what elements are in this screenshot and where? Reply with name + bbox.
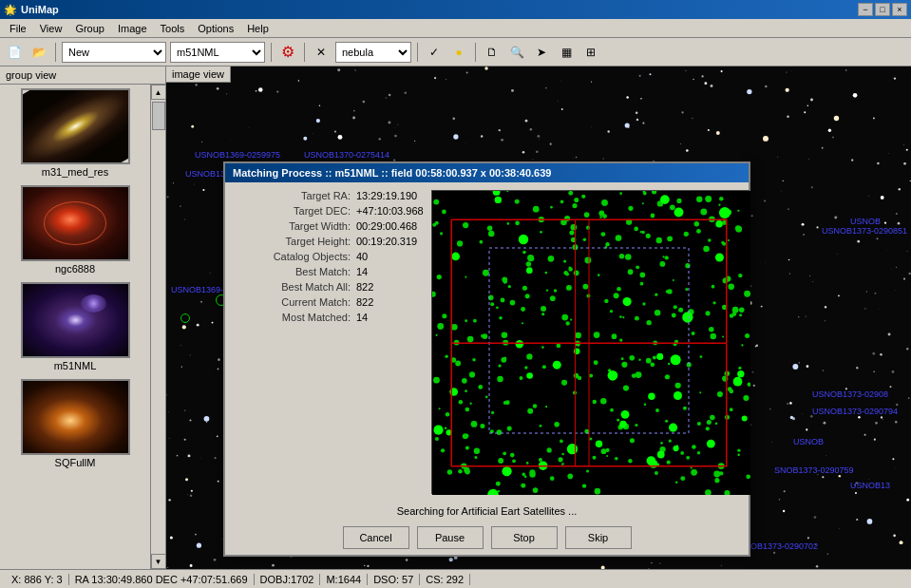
list-item[interactable]: m51NML	[21, 282, 130, 371]
modal-label-width: Target Width:	[233, 220, 356, 232]
list-item[interactable]: SQFullM	[21, 379, 130, 468]
status-dso: DSO: 57	[368, 574, 420, 585]
menu-item-image[interactable]: Image	[112, 21, 153, 36]
status-coords: X: 886 Y: 3	[6, 574, 69, 585]
scroll-down-button[interactable]: ▼	[151, 554, 166, 569]
cancel-button[interactable]: Cancel	[343, 526, 409, 549]
modal-row-most: Most Matched: 14	[233, 312, 424, 323]
modal-label-best: Best Match:	[233, 266, 356, 277]
statusbar: X: 886 Y: 3 RA 13:30:49.860 DEC +47:07:5…	[0, 569, 911, 588]
thumbnail-label-m31: m31_med_res	[42, 166, 108, 178]
new-file-icon[interactable]: 📄	[4, 42, 25, 63]
scroll-thumb[interactable]	[152, 102, 165, 130]
modal-status-label: Searching for Artificial Eart Satellites…	[397, 505, 578, 517]
group-view-label: group view	[0, 66, 165, 85]
new-dropdown[interactable]: New	[62, 42, 166, 63]
menu-item-view[interactable]: View	[34, 21, 68, 36]
document-icon[interactable]: 🗋	[482, 42, 503, 63]
modal-value-width: 00:29:00.468	[356, 220, 417, 232]
modal-row-ra: Target RA: 13:29:19.190	[233, 190, 424, 201]
thumbnail-label-ngc6888: ngc6888	[55, 263, 95, 275]
titlebar: 🌟 UniMap − □ ×	[0, 0, 911, 19]
crosshair-icon[interactable]: ✕	[311, 42, 332, 63]
filter-dropdown[interactable]: nebula	[335, 42, 411, 63]
menu-item-options[interactable]: Options	[192, 21, 239, 36]
modal-overlay: Matching Process :: m51NML :: field 00:5…	[166, 66, 911, 569]
modal-row-dec: Target DEC: +47:10:03.968	[233, 205, 424, 217]
thumbnail-label-sq: SQFullM	[55, 457, 96, 468]
status-m: M:1644	[320, 574, 368, 585]
app-title: UniMap	[21, 4, 59, 15]
menu-item-file[interactable]: File	[4, 21, 32, 36]
modal-titlebar: Matching Process :: m51NML :: field 00:5…	[225, 163, 749, 182]
stop-button[interactable]: Stop	[491, 526, 558, 549]
titlebar-controls: − □ ×	[858, 3, 907, 16]
modal-status-text: Searching for Artificial Eart Satellites…	[225, 502, 749, 521]
left-panel: group view m31_med_res ngc68	[0, 66, 166, 569]
menu-item-group[interactable]: Group	[69, 21, 110, 36]
modal-label-cat: Catalog Objects:	[233, 251, 356, 262]
toolbar: 📄 📂 New m51NML ⚙ ✕ nebula ✓ ● 🗋 🔍 ➤ ▦ ⊞	[0, 38, 911, 66]
thumbnail-sq	[21, 379, 130, 455]
field-icon[interactable]: ▦	[556, 42, 577, 63]
modal-value-bestall: 822	[356, 281, 373, 293]
titlebar-title: 🌟 UniMap	[4, 4, 59, 16]
modal-title: Matching Process :: m51NML :: field 00:5…	[233, 167, 551, 179]
modal-value-height: 00:19:20.319	[356, 236, 417, 247]
circle-icon[interactable]: ●	[448, 42, 469, 63]
matching-process-dialog: Matching Process :: m51NML :: field 00:5…	[223, 161, 750, 557]
modal-buttons: Cancel Pause Stop Skip	[225, 521, 749, 555]
maximize-button[interactable]: □	[875, 3, 890, 16]
settings-icon[interactable]: ⚙	[277, 42, 298, 63]
modal-label-bestall: Best Match All:	[233, 281, 356, 293]
toolbar-sep-1	[55, 43, 56, 62]
modal-row-best: Best Match: 14	[233, 266, 424, 277]
modal-label-height: Target Height:	[233, 236, 356, 247]
minimize-button[interactable]: −	[858, 3, 873, 16]
toolbar-sep-4	[417, 43, 418, 62]
menubar: FileViewGroupImageToolsOptionsHelp	[0, 19, 911, 38]
pause-button[interactable]: Pause	[417, 526, 484, 549]
modal-label-dec: Target DEC:	[233, 205, 356, 217]
modal-star-view	[431, 190, 750, 494]
main-area: group view m31_med_res ngc68	[0, 66, 911, 569]
status-cs: CS: 292	[420, 574, 470, 585]
group-scrollbar[interactable]: ▲ ▼	[150, 85, 165, 569]
toolbar-sep-3	[304, 43, 305, 62]
menu-item-help[interactable]: Help	[241, 21, 275, 36]
modal-row-bestall: Best Match All: 822	[233, 281, 424, 293]
modal-value-dec: +47:10:03.968	[356, 205, 424, 217]
red-line-h	[451, 343, 727, 344]
status-dobj: DOBJ:1702	[255, 574, 321, 585]
app-icon: 🌟	[4, 4, 17, 16]
modal-label-ra: Target RA:	[233, 190, 356, 201]
modal-body: Target RA: 13:29:19.190 Target DEC: +47:…	[225, 182, 749, 502]
toolbar-sep-2	[271, 43, 272, 62]
group-list: m31_med_res ngc6888	[0, 85, 150, 569]
grid-icon[interactable]: ⊞	[580, 42, 601, 63]
image-dropdown[interactable]: m51NML	[170, 42, 265, 63]
right-panel: image view USNOB1369-0259975 USNOB1370-0…	[166, 66, 911, 569]
thumbnail-m31	[21, 88, 130, 164]
magnify-icon[interactable]: 🔍	[506, 42, 527, 63]
modal-row-width: Target Width: 00:29:00.468	[233, 220, 424, 232]
list-item[interactable]: ngc6888	[21, 185, 130, 275]
thumbnail-label-m51: m51NML	[54, 360, 97, 371]
modal-row-cat: Catalog Objects: 40	[233, 251, 424, 262]
checkmark-icon[interactable]: ✓	[424, 42, 445, 63]
close-button[interactable]: ×	[892, 3, 907, 16]
thumbnail-m51	[21, 282, 130, 358]
modal-value-cat: 40	[356, 251, 368, 262]
modal-value-ra: 13:29:19.190	[356, 190, 417, 201]
thumbnail-ngc6888	[21, 185, 130, 261]
arrow-icon[interactable]: ➤	[531, 42, 552, 63]
modal-value-best: 14	[356, 266, 368, 277]
list-item[interactable]: m31_med_res	[21, 88, 130, 178]
scroll-up-button[interactable]: ▲	[151, 85, 166, 100]
skip-button[interactable]: Skip	[565, 526, 632, 549]
modal-value-most: 14	[356, 312, 368, 323]
open-icon[interactable]: 📂	[28, 42, 49, 63]
modal-value-current: 822	[356, 296, 373, 308]
menu-item-tools[interactable]: Tools	[155, 21, 191, 36]
status-ra-dec: RA 13:30:49.860 DEC +47:07:51.669	[69, 574, 255, 585]
